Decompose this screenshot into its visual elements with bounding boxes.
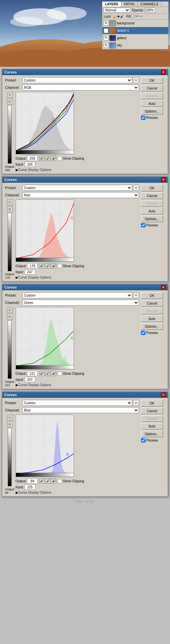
pointer-tool-blue[interactable]: ↖ xyxy=(7,415,13,421)
channel-label-blue: Channel: xyxy=(5,408,22,412)
input-value-red[interactable] xyxy=(25,269,35,275)
options-button-blue[interactable]: Options... xyxy=(141,431,163,437)
cancel-button-blue[interactable]: Cancel xyxy=(141,408,163,414)
close-button-blue[interactable]: ✕ xyxy=(161,392,166,397)
options-button-red[interactable]: Options... xyxy=(141,215,163,222)
output-value-red[interactable] xyxy=(27,263,38,269)
black-point-eyedrop-green[interactable]: 🖋 xyxy=(39,371,44,376)
channel-select-blue[interactable]: RGBRedGreenBlue xyxy=(22,407,139,413)
show-clipping-check-green[interactable] xyxy=(58,371,62,376)
output-value-rgb[interactable] xyxy=(27,156,38,161)
preset-menu-btn-green[interactable]: ≡ xyxy=(133,292,139,298)
curve-canvas-green[interactable] xyxy=(16,307,74,365)
tab-layers[interactable]: LAYERS xyxy=(102,2,121,7)
auto-button-red[interactable]: Auto xyxy=(141,208,163,214)
preset-menu-btn-red[interactable]: ≡ xyxy=(133,185,139,191)
ok-button-green[interactable]: OK xyxy=(141,292,163,299)
input-value-green[interactable] xyxy=(25,377,35,382)
curve-display-btn-red[interactable]: Curve Display Options xyxy=(18,276,51,279)
curve-display-btn-rgb[interactable]: Curve Display Options xyxy=(18,168,51,172)
gray-point-eyedrop-green[interactable]: 🖊 xyxy=(45,371,50,376)
show-clipping-check-blue[interactable] xyxy=(58,479,62,483)
opacity-input[interactable] xyxy=(145,8,155,13)
eye-background[interactable]: 👁 xyxy=(104,21,108,26)
pencil-tool-red[interactable]: ✏ xyxy=(7,206,13,212)
ok-button-red[interactable]: OK xyxy=(141,185,163,191)
auto-button-green[interactable]: Auto xyxy=(141,315,163,322)
blend-mode-select[interactable]: Normal xyxy=(104,8,130,13)
show-clipping-check-rgb[interactable] xyxy=(58,156,62,161)
preset-select-rgb[interactable]: Custom xyxy=(22,77,132,83)
white-point-eyedrop-blue[interactable]: 🖌 xyxy=(51,478,56,484)
close-button-rgb[interactable]: ✕ xyxy=(161,70,166,74)
auto-button-blue[interactable]: Auto xyxy=(141,423,163,430)
preview-check-rgb[interactable] xyxy=(141,116,145,120)
gray-point-eyedrop-red[interactable]: 🖊 xyxy=(45,263,50,269)
white-point-eyedrop-red[interactable]: 🖌 xyxy=(51,263,56,269)
input-value-blue[interactable] xyxy=(25,484,35,490)
layer-galaxy[interactable]: 👁 galaxy xyxy=(102,34,168,42)
eye-sky[interactable]: 👁 xyxy=(104,43,108,48)
channel-select-rgb[interactable]: RGBRedGreenBlue xyxy=(22,85,139,91)
options-button-rgb[interactable]: Options... xyxy=(141,108,163,115)
channel-select-green[interactable]: RGBRedGreenBlue xyxy=(22,300,139,306)
control-point-rgb[interactable] xyxy=(53,119,55,121)
preset-menu-btn-blue[interactable]: ≡ xyxy=(133,400,139,406)
gray-point-eyedrop-rgb[interactable]: 🖊 xyxy=(45,156,50,161)
eye-desert1[interactable]: 👁 xyxy=(104,28,108,33)
cancel-button-red[interactable]: Cancel xyxy=(141,192,163,199)
smooth-button-red[interactable]: Smooth xyxy=(141,200,163,207)
control-point-blue[interactable] xyxy=(66,453,68,455)
close-button-green[interactable]: ✕ xyxy=(161,285,166,290)
layer-desert1[interactable]: 👁 desert 1 xyxy=(102,27,168,34)
input-field-blue: Input: xyxy=(16,484,35,490)
gray-point-eyedrop-blue[interactable]: 🖊 xyxy=(45,478,50,484)
fill-input[interactable] xyxy=(132,14,142,19)
pencil-tool-rgb[interactable]: ✏ xyxy=(7,99,13,105)
ok-button-rgb[interactable]: OK xyxy=(141,77,163,84)
preview-check-blue[interactable] xyxy=(141,438,145,443)
options-button-green[interactable]: Options... xyxy=(141,323,163,330)
eye-galaxy[interactable]: 👁 xyxy=(104,36,108,40)
curve-display-btn-blue[interactable]: Curve Display Options xyxy=(18,491,51,494)
layer-background[interactable]: 👁 background xyxy=(102,20,168,27)
pointer-tool-red[interactable]: ↖ xyxy=(7,199,13,205)
show-clipping-check-red[interactable] xyxy=(58,264,62,268)
control-point-red[interactable] xyxy=(71,217,73,219)
black-point-eyedrop-blue[interactable]: 🖋 xyxy=(39,478,44,484)
preview-check-red[interactable] xyxy=(141,223,145,227)
curve-display-btn-green[interactable]: Curve Display Options xyxy=(18,383,51,387)
input-value-rgb[interactable] xyxy=(25,162,35,167)
channel-select-red[interactable]: RGBRedGreenBlue xyxy=(22,192,139,198)
pointer-tool-green[interactable]: ↖ xyxy=(7,307,13,313)
ok-button-blue[interactable]: OK xyxy=(141,400,163,407)
pointer-tool-rgb[interactable]: ↖ xyxy=(7,92,13,98)
output-value-blue[interactable] xyxy=(27,478,38,484)
preset-select-green[interactable]: Custom xyxy=(22,292,132,298)
cancel-button-green[interactable]: Cancel xyxy=(141,300,163,307)
white-point-eyedrop-rgb[interactable]: 🖌 xyxy=(51,156,56,161)
curve-canvas-rgb[interactable] xyxy=(16,92,74,150)
preset-select-red[interactable]: Custom xyxy=(22,185,132,191)
preset-select-blue[interactable]: Custom xyxy=(22,400,132,406)
preview-check-green[interactable] xyxy=(141,331,145,335)
pencil-tool-blue[interactable]: ✏ xyxy=(7,421,13,427)
curve-canvas-red[interactable] xyxy=(16,199,74,258)
tab-channels[interactable]: CHANNELS xyxy=(138,2,161,7)
smooth-button-green[interactable]: Smooth xyxy=(141,308,163,314)
curve-canvas-blue[interactable] xyxy=(16,415,74,473)
black-point-eyedrop-red[interactable]: 🖋 xyxy=(39,263,44,269)
pencil-tool-green[interactable]: ✏ xyxy=(7,314,13,320)
control-point-green[interactable] xyxy=(71,337,73,339)
black-point-eyedrop-rgb[interactable]: 🖋 xyxy=(39,156,44,161)
smooth-button-blue[interactable]: Smooth xyxy=(141,415,163,422)
close-button-red[interactable]: ✕ xyxy=(161,177,166,182)
tab-paths[interactable]: PATHS xyxy=(121,2,138,7)
cancel-button-rgb[interactable]: Cancel xyxy=(141,85,163,92)
layer-sky[interactable]: 👁 sky xyxy=(102,42,168,49)
white-point-eyedrop-green[interactable]: 🖌 xyxy=(51,371,56,376)
auto-button-rgb[interactable]: Auto xyxy=(141,100,163,107)
preset-menu-btn-rgb[interactable]: ≡ xyxy=(133,77,139,83)
output-value-green[interactable] xyxy=(27,371,38,376)
smooth-button-rgb[interactable]: Smooth xyxy=(141,93,163,99)
